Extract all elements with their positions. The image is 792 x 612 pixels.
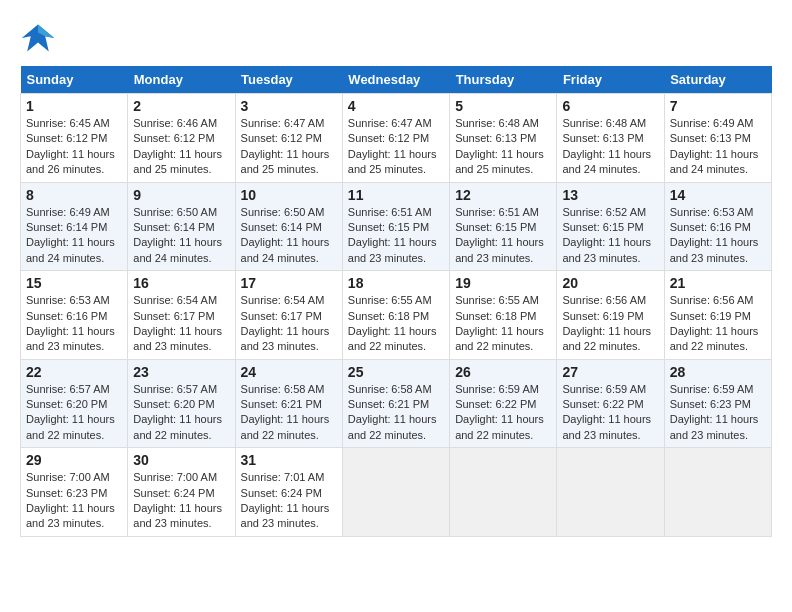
calendar-cell: 2Sunrise: 6:46 AM Sunset: 6:12 PM Daylig… xyxy=(128,94,235,183)
calendar-cell: 4Sunrise: 6:47 AM Sunset: 6:12 PM Daylig… xyxy=(342,94,449,183)
calendar-cell: 8Sunrise: 6:49 AM Sunset: 6:14 PM Daylig… xyxy=(21,182,128,271)
day-number: 26 xyxy=(455,364,551,380)
day-info: Sunrise: 6:59 AM Sunset: 6:23 PM Dayligh… xyxy=(670,382,766,444)
day-number: 23 xyxy=(133,364,229,380)
day-info: Sunrise: 6:57 AM Sunset: 6:20 PM Dayligh… xyxy=(26,382,122,444)
calendar-cell: 9Sunrise: 6:50 AM Sunset: 6:14 PM Daylig… xyxy=(128,182,235,271)
calendar-cell: 11Sunrise: 6:51 AM Sunset: 6:15 PM Dayli… xyxy=(342,182,449,271)
column-header-friday: Friday xyxy=(557,66,664,94)
calendar-cell xyxy=(664,448,771,537)
column-header-saturday: Saturday xyxy=(664,66,771,94)
calendar-cell: 24Sunrise: 6:58 AM Sunset: 6:21 PM Dayli… xyxy=(235,359,342,448)
day-number: 25 xyxy=(348,364,444,380)
day-info: Sunrise: 6:48 AM Sunset: 6:13 PM Dayligh… xyxy=(455,116,551,178)
calendar-cell: 16Sunrise: 6:54 AM Sunset: 6:17 PM Dayli… xyxy=(128,271,235,360)
calendar-week-row: 1Sunrise: 6:45 AM Sunset: 6:12 PM Daylig… xyxy=(21,94,772,183)
calendar-cell: 3Sunrise: 6:47 AM Sunset: 6:12 PM Daylig… xyxy=(235,94,342,183)
day-number: 1 xyxy=(26,98,122,114)
calendar-week-row: 8Sunrise: 6:49 AM Sunset: 6:14 PM Daylig… xyxy=(21,182,772,271)
day-info: Sunrise: 6:58 AM Sunset: 6:21 PM Dayligh… xyxy=(348,382,444,444)
page-header xyxy=(20,20,772,56)
calendar-cell: 23Sunrise: 6:57 AM Sunset: 6:20 PM Dayli… xyxy=(128,359,235,448)
calendar-cell: 19Sunrise: 6:55 AM Sunset: 6:18 PM Dayli… xyxy=(450,271,557,360)
day-info: Sunrise: 6:52 AM Sunset: 6:15 PM Dayligh… xyxy=(562,205,658,267)
day-number: 21 xyxy=(670,275,766,291)
day-info: Sunrise: 7:00 AM Sunset: 6:23 PM Dayligh… xyxy=(26,470,122,532)
calendar-header-row: SundayMondayTuesdayWednesdayThursdayFrid… xyxy=(21,66,772,94)
day-number: 9 xyxy=(133,187,229,203)
day-info: Sunrise: 6:45 AM Sunset: 6:12 PM Dayligh… xyxy=(26,116,122,178)
calendar-cell: 15Sunrise: 6:53 AM Sunset: 6:16 PM Dayli… xyxy=(21,271,128,360)
calendar-cell: 1Sunrise: 6:45 AM Sunset: 6:12 PM Daylig… xyxy=(21,94,128,183)
day-info: Sunrise: 6:55 AM Sunset: 6:18 PM Dayligh… xyxy=(348,293,444,355)
day-number: 11 xyxy=(348,187,444,203)
calendar-cell: 31Sunrise: 7:01 AM Sunset: 6:24 PM Dayli… xyxy=(235,448,342,537)
calendar-cell: 29Sunrise: 7:00 AM Sunset: 6:23 PM Dayli… xyxy=(21,448,128,537)
logo xyxy=(20,20,60,56)
column-header-thursday: Thursday xyxy=(450,66,557,94)
day-number: 22 xyxy=(26,364,122,380)
day-info: Sunrise: 6:49 AM Sunset: 6:13 PM Dayligh… xyxy=(670,116,766,178)
day-info: Sunrise: 6:59 AM Sunset: 6:22 PM Dayligh… xyxy=(455,382,551,444)
day-info: Sunrise: 6:55 AM Sunset: 6:18 PM Dayligh… xyxy=(455,293,551,355)
day-number: 18 xyxy=(348,275,444,291)
calendar-cell: 12Sunrise: 6:51 AM Sunset: 6:15 PM Dayli… xyxy=(450,182,557,271)
day-number: 15 xyxy=(26,275,122,291)
day-info: Sunrise: 6:54 AM Sunset: 6:17 PM Dayligh… xyxy=(133,293,229,355)
day-info: Sunrise: 7:01 AM Sunset: 6:24 PM Dayligh… xyxy=(241,470,337,532)
day-number: 28 xyxy=(670,364,766,380)
day-number: 31 xyxy=(241,452,337,468)
day-info: Sunrise: 6:56 AM Sunset: 6:19 PM Dayligh… xyxy=(670,293,766,355)
day-number: 24 xyxy=(241,364,337,380)
calendar-cell: 17Sunrise: 6:54 AM Sunset: 6:17 PM Dayli… xyxy=(235,271,342,360)
day-info: Sunrise: 6:51 AM Sunset: 6:15 PM Dayligh… xyxy=(348,205,444,267)
day-number: 3 xyxy=(241,98,337,114)
calendar-cell xyxy=(342,448,449,537)
calendar-cell: 21Sunrise: 6:56 AM Sunset: 6:19 PM Dayli… xyxy=(664,271,771,360)
day-number: 13 xyxy=(562,187,658,203)
day-number: 17 xyxy=(241,275,337,291)
calendar-week-row: 29Sunrise: 7:00 AM Sunset: 6:23 PM Dayli… xyxy=(21,448,772,537)
day-number: 7 xyxy=(670,98,766,114)
day-number: 14 xyxy=(670,187,766,203)
day-number: 12 xyxy=(455,187,551,203)
calendar-cell: 25Sunrise: 6:58 AM Sunset: 6:21 PM Dayli… xyxy=(342,359,449,448)
day-number: 29 xyxy=(26,452,122,468)
day-info: Sunrise: 6:57 AM Sunset: 6:20 PM Dayligh… xyxy=(133,382,229,444)
calendar-cell: 6Sunrise: 6:48 AM Sunset: 6:13 PM Daylig… xyxy=(557,94,664,183)
calendar-week-row: 22Sunrise: 6:57 AM Sunset: 6:20 PM Dayli… xyxy=(21,359,772,448)
calendar-cell: 20Sunrise: 6:56 AM Sunset: 6:19 PM Dayli… xyxy=(557,271,664,360)
logo-icon xyxy=(20,20,56,56)
day-info: Sunrise: 6:53 AM Sunset: 6:16 PM Dayligh… xyxy=(26,293,122,355)
day-number: 5 xyxy=(455,98,551,114)
day-info: Sunrise: 6:58 AM Sunset: 6:21 PM Dayligh… xyxy=(241,382,337,444)
calendar-cell: 7Sunrise: 6:49 AM Sunset: 6:13 PM Daylig… xyxy=(664,94,771,183)
calendar-cell xyxy=(450,448,557,537)
day-info: Sunrise: 6:49 AM Sunset: 6:14 PM Dayligh… xyxy=(26,205,122,267)
calendar-cell xyxy=(557,448,664,537)
day-info: Sunrise: 6:50 AM Sunset: 6:14 PM Dayligh… xyxy=(241,205,337,267)
calendar-week-row: 15Sunrise: 6:53 AM Sunset: 6:16 PM Dayli… xyxy=(21,271,772,360)
day-info: Sunrise: 6:56 AM Sunset: 6:19 PM Dayligh… xyxy=(562,293,658,355)
calendar-cell: 18Sunrise: 6:55 AM Sunset: 6:18 PM Dayli… xyxy=(342,271,449,360)
column-header-tuesday: Tuesday xyxy=(235,66,342,94)
column-header-monday: Monday xyxy=(128,66,235,94)
day-number: 8 xyxy=(26,187,122,203)
day-number: 30 xyxy=(133,452,229,468)
day-info: Sunrise: 6:47 AM Sunset: 6:12 PM Dayligh… xyxy=(348,116,444,178)
calendar-cell: 27Sunrise: 6:59 AM Sunset: 6:22 PM Dayli… xyxy=(557,359,664,448)
calendar-cell: 28Sunrise: 6:59 AM Sunset: 6:23 PM Dayli… xyxy=(664,359,771,448)
calendar-cell: 13Sunrise: 6:52 AM Sunset: 6:15 PM Dayli… xyxy=(557,182,664,271)
calendar-cell: 14Sunrise: 6:53 AM Sunset: 6:16 PM Dayli… xyxy=(664,182,771,271)
day-number: 10 xyxy=(241,187,337,203)
calendar-cell: 26Sunrise: 6:59 AM Sunset: 6:22 PM Dayli… xyxy=(450,359,557,448)
day-number: 19 xyxy=(455,275,551,291)
day-info: Sunrise: 7:00 AM Sunset: 6:24 PM Dayligh… xyxy=(133,470,229,532)
column-header-wednesday: Wednesday xyxy=(342,66,449,94)
day-info: Sunrise: 6:53 AM Sunset: 6:16 PM Dayligh… xyxy=(670,205,766,267)
calendar-table: SundayMondayTuesdayWednesdayThursdayFrid… xyxy=(20,66,772,537)
day-info: Sunrise: 6:46 AM Sunset: 6:12 PM Dayligh… xyxy=(133,116,229,178)
day-info: Sunrise: 6:47 AM Sunset: 6:12 PM Dayligh… xyxy=(241,116,337,178)
day-number: 6 xyxy=(562,98,658,114)
day-info: Sunrise: 6:51 AM Sunset: 6:15 PM Dayligh… xyxy=(455,205,551,267)
